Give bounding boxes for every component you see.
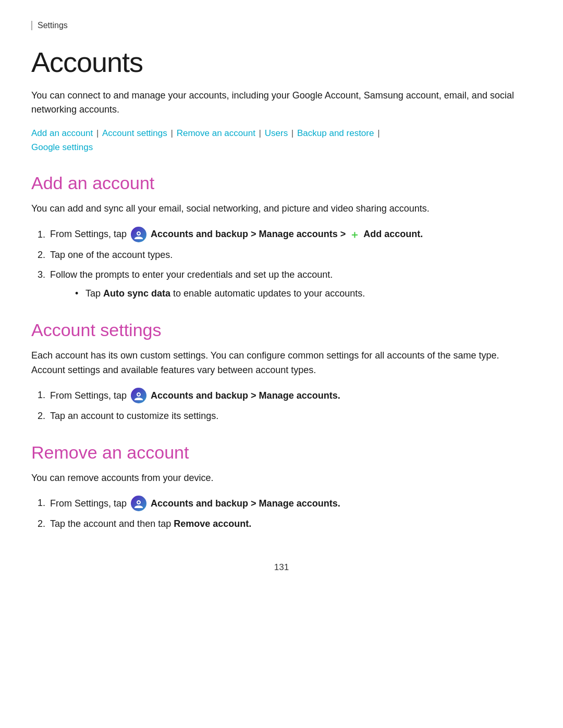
remove-account-step-1: From Settings, tap Accounts and backup >… [48, 496, 532, 512]
section-remove-account: Remove an account You can remove account… [31, 442, 532, 532]
step1-ra-bold: Accounts and backup > Manage accounts. [151, 498, 340, 508]
account-settings-step-1: From Settings, tap Accounts and backup >… [48, 388, 532, 404]
accounts-backup-icon-2 [131, 388, 146, 403]
step1-bold-end: Add account. [363, 229, 423, 240]
step3-bullet-1: Tap Auto sync data to enable automatic u… [75, 287, 532, 301]
nav-link-remove-account[interactable]: Remove an account [177, 128, 255, 138]
page-number: 131 [31, 562, 532, 573]
remove-account-steps: From Settings, tap Accounts and backup >… [48, 496, 532, 532]
accounts-backup-icon-1 [131, 227, 146, 242]
step3-bullets: Tap Auto sync data to enable automatic u… [75, 287, 532, 301]
nav-link-account-settings[interactable]: Account settings [102, 128, 167, 138]
add-account-steps: From Settings, tap Accounts and backup >… [48, 227, 532, 301]
add-account-step-2: Tap one of the account types. [48, 248, 532, 263]
section-desc-remove-account: You can remove accounts from your device… [31, 471, 532, 486]
section-title-account-settings: Account settings [31, 320, 532, 340]
step1-text-before: From Settings, tap [50, 229, 129, 240]
nav-link-google-settings[interactable]: Google settings [31, 142, 93, 152]
accounts-backup-icon-3 [131, 496, 146, 511]
step1-bold-text: Accounts and backup > Manage accounts > [151, 229, 348, 240]
add-account-step-1: From Settings, tap Accounts and backup >… [48, 227, 532, 243]
account-settings-steps: From Settings, tap Accounts and backup >… [48, 388, 532, 424]
page-title: Accounts [31, 46, 532, 78]
add-plus-icon: ＋ [349, 227, 360, 243]
nav-link-users[interactable]: Users [265, 128, 288, 138]
nav-links: Add an account | Account settings | Remo… [31, 126, 532, 154]
nav-link-backup-restore[interactable]: Backup and restore [297, 128, 374, 138]
section-desc-add-account: You can add and sync all your email, soc… [31, 202, 532, 216]
section-title-remove-account: Remove an account [31, 442, 532, 463]
section-account-settings: Account settings Each account has its ow… [31, 320, 532, 424]
section-add-account: Add an account You can add and sync all … [31, 173, 532, 301]
account-settings-step-2: Tap an account to customize its settings… [48, 409, 532, 424]
add-account-step-3: Follow the prompts to enter your credent… [48, 268, 532, 301]
section-desc-account-settings: Each account has its own custom settings… [31, 349, 532, 378]
settings-breadcrumb: Settings [31, 21, 532, 30]
step1-ra-text-before: From Settings, tap [50, 498, 129, 508]
step1-as-bold: Accounts and backup > Manage accounts. [151, 390, 340, 400]
step1-as-text-before: From Settings, tap [50, 390, 129, 400]
remove-account-step-2: Tap the account and then tap Remove acco… [48, 517, 532, 532]
section-title-add-account: Add an account [31, 173, 532, 193]
intro-paragraph: You can connect to and manage your accou… [31, 89, 532, 117]
nav-link-add-account[interactable]: Add an account [31, 128, 93, 138]
